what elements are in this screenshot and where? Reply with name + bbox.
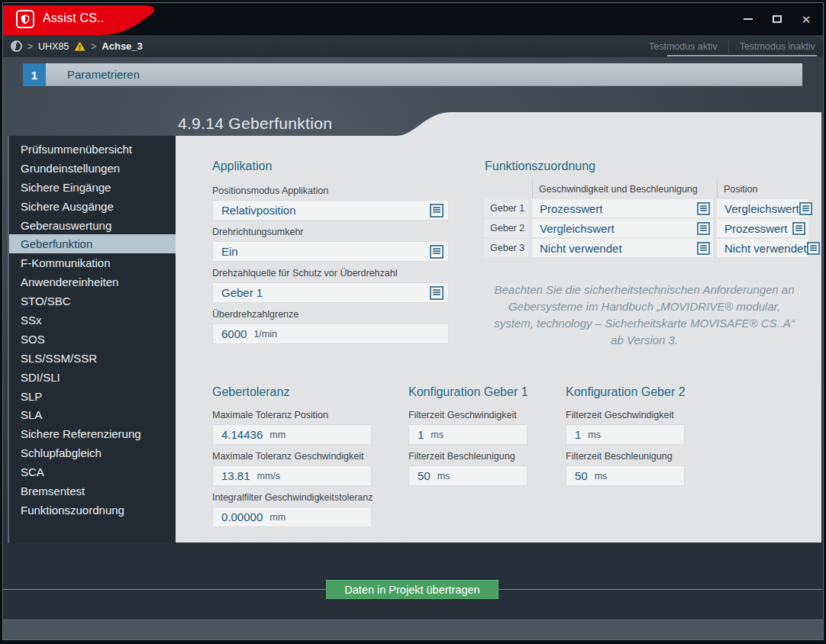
sidebar-item-funktionszuordnung[interactable]: Funktionszuordnung (9, 501, 176, 520)
dropdown-list-icon[interactable] (430, 245, 444, 259)
drehzahlquelle-dropdown[interactable]: Geber 1 (212, 282, 449, 303)
sidebar-item-slp[interactable]: SLP (9, 387, 176, 406)
geber1-position-dropdown[interactable]: Vergleichswert (717, 199, 808, 217)
cell-value: Nicht verwendet (724, 242, 807, 255)
dropdown-list-icon[interactable] (799, 202, 812, 215)
field-value: 6000 (221, 327, 247, 340)
minimize-button[interactable] (742, 13, 754, 25)
testmodus-underline (667, 55, 817, 56)
dropdown-list-icon[interactable] (697, 202, 710, 215)
title-bar: Assist CS.. ✕ (3, 3, 823, 35)
field-unit: ms (437, 471, 450, 481)
sidebar-item-f-kommunikation[interactable]: F-Kommunikation (9, 253, 176, 272)
cell-value: Prozesswert (540, 202, 603, 215)
field-value: 1 (418, 428, 424, 441)
field-value: 50 (575, 469, 588, 482)
field-group-filterzeit-geschwindigkeit-g2: Filterzeit Geschwindigkeit 1 ms (566, 410, 685, 445)
sidebar-item-ssx[interactable]: SSx (9, 311, 176, 330)
sidebar-item-bremsentest[interactable]: Bremsentest (9, 481, 176, 501)
dropdown-list-icon[interactable] (807, 242, 820, 255)
field-value: 1 (575, 428, 581, 441)
column-header-position: Position (717, 181, 808, 198)
geber2-position-dropdown[interactable]: Prozesswert (717, 219, 808, 237)
field-label: Filterzeit Beschleunigung (566, 451, 685, 462)
field-group-ueberdrehzahlgrenze: Überdrehzahlgrenze 6000 1/min (212, 309, 449, 344)
geber1-speed-dropdown[interactable]: Prozesswert (532, 199, 713, 217)
field-group-drehrichtungsumkehr: Drehrichtungsumkehr Ein (212, 227, 449, 262)
field-group-filterzeit-beschleunigung-g2: Filterzeit Beschleunigung 50 ms (566, 451, 685, 486)
field-label: Filterzeit Geschwindigkeit (566, 410, 685, 421)
filterzeit-beschleunigung-g1-input[interactable]: 50 ms (408, 465, 528, 486)
field-label: Maximale Toleranz Position (212, 410, 372, 421)
geber3-position-dropdown[interactable]: Nicht verwendet (717, 239, 808, 257)
sidebar-item-geberfunktion[interactable]: Geberfunktion (9, 234, 176, 253)
filterzeit-geschwindigkeit-g1-input[interactable]: 1 ms (408, 424, 528, 445)
geber3-speed-dropdown[interactable]: Nicht verwendet (532, 239, 713, 257)
svg-text:!: ! (79, 43, 81, 51)
field-value: 4.14436 (221, 428, 263, 441)
sidebar-item-grundeinstellungen[interactable]: Grundeinstellungen (9, 159, 176, 178)
step-label: Parametrieren (46, 63, 802, 86)
breadcrumb-device[interactable]: UHX85 (38, 41, 69, 52)
dropdown-list-icon[interactable] (430, 204, 444, 217)
testmodus-divider (728, 40, 729, 53)
sidebar-item-sla[interactable]: SLA (9, 405, 176, 424)
field-group-filterzeit-beschleunigung-g1: Filterzeit Beschleunigung 50 ms (408, 451, 528, 486)
sidebar-item-sichere-referenzierung[interactable]: Sichere Referenzierung (9, 424, 176, 443)
row-label-geber2: Geber 2 (485, 219, 528, 237)
field-label: Filterzeit Beschleunigung (408, 451, 528, 462)
testmodus-inaktiv-tab[interactable]: Testmodus inaktiv (740, 41, 815, 52)
drehrichtungsumkehr-dropdown[interactable]: Ein (212, 241, 449, 262)
breadcrumb-axis[interactable]: Achse_3 (102, 40, 142, 52)
field-unit: ms (588, 430, 601, 440)
sidebar-item-sto-sbc[interactable]: STO/SBC (9, 291, 176, 311)
sidebar-item-pruefsummenuebersicht[interactable]: Prüfsummenübersicht (9, 140, 176, 159)
cell-value: Nicht verwendet (540, 242, 622, 255)
sidebar-item-sos[interactable]: SOS (9, 330, 176, 349)
cell-value: Vergleichswert (724, 202, 799, 215)
field-label: Maximale Toleranz Geschwindigkeit (212, 451, 372, 462)
toleranz-position-input[interactable]: 4.14436 mm (212, 424, 372, 445)
sidebar-item-geberauswertung[interactable]: Geberauswertung (9, 216, 176, 235)
sidebar-item-anwendereinheiten[interactable]: Anwendereinheiten (9, 272, 176, 291)
geber2-speed-dropdown[interactable]: Vergleichswert (532, 219, 713, 237)
funktionszuordnung-table: Geschwindigkeit und Beschleunigung Posit… (485, 181, 805, 257)
integralfilter-input[interactable]: 0.00000 mm (212, 507, 372, 527)
testmodus-switch: Testmodus aktiv Testmodus inaktiv (649, 35, 815, 57)
field-group-toleranz-geschwindigkeit: Maximale Toleranz Geschwindigkeit 13.81 … (212, 451, 372, 486)
section-applikation: Applikation Positionsmodus Applikation R… (212, 159, 449, 350)
step-bar[interactable]: 1 Parametrieren (23, 63, 802, 86)
testmodus-aktiv-tab[interactable]: Testmodus aktiv (649, 41, 718, 52)
dropdown-list-icon[interactable] (697, 222, 710, 235)
transfer-to-project-button[interactable]: Daten in Projekt übertragen (326, 580, 499, 599)
section-konfiguration-geber2: Konfiguration Geber 2 Filterzeit Geschwi… (566, 385, 685, 492)
maximize-button[interactable] (771, 13, 783, 25)
globe-icon[interactable] (11, 40, 22, 52)
section-title: Gebertoleranz (212, 385, 372, 401)
section-title: Applikation (212, 159, 449, 175)
dropdown-list-icon[interactable] (430, 286, 444, 300)
dropdown-list-icon[interactable] (792, 222, 805, 235)
field-value: 0.00000 (221, 510, 263, 523)
ueberdrehzahlgrenze-input[interactable]: 6000 1/min (212, 324, 449, 344)
field-unit: 1/min (253, 329, 277, 340)
field-unit: mm/s (257, 471, 281, 481)
sidebar-item-sls-ssm-ssr[interactable]: SLS/SSM/SSR (9, 349, 176, 368)
dropdown-list-icon[interactable] (697, 242, 710, 255)
toleranz-geschwindigkeit-input[interactable]: 13.81 mm/s (212, 465, 372, 486)
cell-value: Vergleichswert (540, 222, 615, 235)
sidebar-item-sichere-ausgaenge[interactable]: Sichere Ausgänge (9, 197, 176, 216)
sidebar-item-sca[interactable]: SCA (9, 462, 176, 481)
close-button[interactable]: ✕ (800, 13, 812, 25)
sidebar-item-sichere-eingaenge[interactable]: Sichere Eingänge (9, 178, 176, 197)
field-label: Überdrehzahlgrenze (212, 309, 449, 320)
positionsmodus-dropdown[interactable]: Relativposition (212, 200, 449, 221)
filterzeit-beschleunigung-g2-input[interactable]: 50 ms (566, 465, 685, 486)
breadcrumb: > UHX85 ! > Achse_3 (11, 35, 143, 57)
filterzeit-geschwindigkeit-g2-input[interactable]: 1 ms (566, 424, 685, 445)
sidebar-item-sdi-sli[interactable]: SDI/SLI (9, 368, 176, 387)
row-label-geber1: Geber 1 (485, 199, 528, 217)
column-header-speed: Geschwindigkeit und Beschleunigung (532, 181, 713, 198)
sidebar-item-schlupfabgleich[interactable]: Schlupfabgleich (9, 443, 176, 462)
safety-note: Beachten Sie die sicherheitstechnischen … (487, 282, 802, 349)
